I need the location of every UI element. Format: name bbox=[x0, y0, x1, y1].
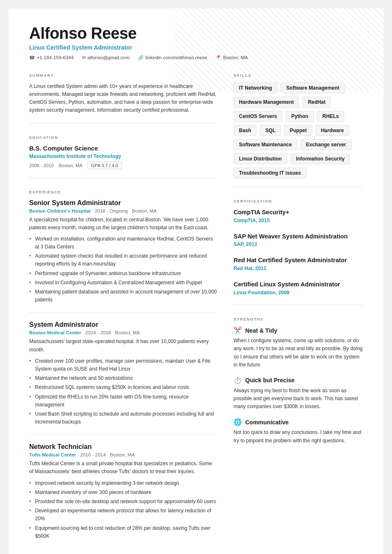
cert-name: Red Hat Certified System Administrator bbox=[234, 256, 363, 264]
list-item: Optimized the RHELs to run 20% faster wi… bbox=[29, 393, 217, 409]
exp-location: Boston, MA bbox=[115, 330, 140, 335]
exp-location: Boston, MA bbox=[110, 452, 135, 457]
resume-container: Alfonso Reese Linux Certified System Adm… bbox=[8, 8, 384, 554]
location-icon: 📍 bbox=[216, 55, 221, 60]
email-value: alfonso@gmail.com bbox=[88, 55, 130, 60]
skill-tag: Software Maintenance bbox=[234, 139, 297, 150]
main-layout: SUMMARY A Linux certified System admin w… bbox=[29, 73, 363, 541]
strength-name: Quick but Precise bbox=[245, 377, 294, 384]
skill-tag: RHELs bbox=[317, 111, 344, 122]
list-item: Provided the sole on-site desktop and ne… bbox=[29, 498, 217, 506]
skills-grid: IT NetworkingSoftware ManagementHardware… bbox=[234, 83, 363, 178]
linkedin-icon: 🔗 bbox=[138, 55, 144, 60]
email-contact: ✉ alfonso@gmail.com bbox=[82, 55, 130, 60]
skill-tag: SQL bbox=[260, 125, 281, 136]
skill-tag: Software Management bbox=[281, 83, 344, 93]
education-label: EDUCATION bbox=[29, 135, 217, 140]
summary-label: SUMMARY bbox=[29, 73, 217, 78]
experience-list: Senior System Administrator Boston Child… bbox=[29, 199, 217, 540]
cert-name: SAP Net Weaver System Administration bbox=[234, 233, 363, 241]
strength-header: 🌐 Communicative bbox=[234, 418, 363, 426]
list-item: Maintained the network and 50 workstatio… bbox=[29, 374, 217, 382]
skill-tag: Information Security bbox=[291, 153, 350, 164]
strength-name: Neat & Tidy bbox=[245, 327, 277, 334]
summary-text: A Linux certified System admin with 10+ … bbox=[29, 83, 217, 115]
linkedin-value: linkedin.com/in/alfonso.reese bbox=[146, 55, 207, 60]
strength-desc: Always trying my best to finish the work… bbox=[234, 387, 363, 411]
skill-tag: Puppet bbox=[284, 125, 312, 136]
strength-header: ✂️ Neat & Tidy bbox=[234, 326, 363, 334]
list-item: Restructured SQL systems saving $250K in… bbox=[29, 384, 217, 391]
header-contact: ☎ +1-184-159-6344 ✉ alfonso@gmail.com 🔗 … bbox=[29, 55, 363, 60]
exp-meta: Boston Children's Hospital 2018 - Ongoin… bbox=[29, 208, 217, 213]
strength-item: 🌐 Communicative Not too quick to draw an… bbox=[234, 418, 363, 444]
experience-item: System Administrator Boston Medical Cent… bbox=[29, 321, 217, 435]
exp-meta: Boston Medical Center 2014 - 2018 Boston… bbox=[29, 330, 217, 335]
edu-meta: 2006 - 2010 Boston, MA GPA 3.7 / 4.0 bbox=[29, 162, 217, 169]
location-value: Boston, MA bbox=[223, 55, 248, 60]
strength-icon: 🌐 bbox=[234, 418, 242, 426]
exp-dates: 2018 - Ongoing bbox=[95, 208, 128, 213]
list-item: Created over 100 user profiles, manage u… bbox=[29, 357, 217, 373]
experience-label: EXPERIENCE bbox=[29, 190, 217, 194]
location-contact: 📍 Boston, MA bbox=[216, 55, 248, 60]
cert-org: CompTIA, 2015 bbox=[234, 218, 363, 223]
list-item: Automated system checks that resulted in… bbox=[29, 252, 217, 268]
strength-icon: ⏱️ bbox=[234, 376, 242, 384]
divider-4 bbox=[234, 305, 363, 305]
exp-title: System Administrator bbox=[29, 321, 217, 328]
exp-bullets: Created over 100 user profiles, manage u… bbox=[29, 357, 217, 426]
exp-desc: Tufts Medical Center is a small private … bbox=[29, 460, 217, 476]
cert-item: SAP Net Weaver System Administration SAP… bbox=[234, 233, 363, 248]
experience-item: Senior System Administrator Boston Child… bbox=[29, 199, 217, 313]
exp-meta: Tufts Medical Center 2010 - 2014 Boston,… bbox=[29, 452, 217, 457]
header: Alfonso Reese Linux Certified System Adm… bbox=[29, 25, 363, 60]
skill-tag: Troubleshooting IT issues bbox=[234, 168, 307, 178]
edu-location: Boston, MA bbox=[59, 163, 83, 168]
exp-dates: 2014 - 2018 bbox=[85, 330, 111, 335]
exp-divider bbox=[29, 434, 217, 435]
exp-company: Tufts Medical Center bbox=[29, 452, 76, 457]
list-item: Maintaining patient database and assiste… bbox=[29, 288, 217, 304]
list-item: Improved network security by implementin… bbox=[29, 479, 217, 487]
strength-desc: Not too quick to draw any conclusions. I… bbox=[234, 429, 363, 444]
list-item: Developed an experimental network protoc… bbox=[29, 507, 217, 523]
cert-name: Certified Linux System Administrator bbox=[234, 281, 363, 288]
strength-desc: When I configure systems, come up with s… bbox=[234, 337, 363, 369]
exp-bullets: Improved network security by implementin… bbox=[29, 479, 217, 540]
list-item: Used Bash Shell scripting to schedule an… bbox=[29, 410, 217, 426]
divider-1 bbox=[29, 123, 217, 123]
exp-desc: A specialized hospital for children, loc… bbox=[29, 216, 217, 232]
exp-company: Boston Children's Hospital bbox=[29, 208, 90, 213]
exp-title: Senior System Administrator bbox=[29, 199, 217, 207]
list-item: Performed upgrade of Symantec antivirus … bbox=[29, 270, 217, 278]
skill-tag: Hardware bbox=[316, 125, 349, 136]
cert-item: Red Hat Certified System Administrator R… bbox=[234, 256, 363, 271]
list-item: Worked on installation, configuration an… bbox=[29, 235, 217, 251]
divider-3 bbox=[234, 187, 363, 187]
left-column: SUMMARY A Linux certified System admin w… bbox=[29, 73, 217, 541]
gpa-badge: GPA 3.7 / 4.0 bbox=[88, 162, 122, 169]
phone-value: +1-184-159-6344 bbox=[37, 55, 74, 60]
exp-divider bbox=[29, 312, 217, 313]
exp-company: Boston Medical Center bbox=[29, 330, 81, 335]
cert-org: Linux Foundation, 2009 bbox=[234, 290, 363, 296]
strengths-list: ✂️ Neat & Tidy When I configure systems,… bbox=[234, 326, 363, 445]
skill-tag: Bash bbox=[234, 125, 256, 136]
strength-item: ⏱️ Quick but Precise Always trying my be… bbox=[234, 376, 363, 411]
strength-item: ✂️ Neat & Tidy When I configure systems,… bbox=[234, 326, 363, 369]
experience-item: Network Technician Tufts Medical Center … bbox=[29, 443, 217, 540]
edu-years: 2006 - 2010 bbox=[29, 163, 54, 168]
certifications-list: CompTIA Security+ CompTIA, 2015 SAP Net … bbox=[234, 208, 363, 296]
skill-tag: Python bbox=[286, 111, 314, 122]
list-item: Maintained inventory of over 300 pieces … bbox=[29, 489, 217, 496]
skill-tag: Hardware Management bbox=[234, 97, 299, 108]
strengths-label: STRENGTHS bbox=[234, 317, 363, 321]
edu-school: Massachusetts Institute of Technology bbox=[29, 153, 217, 159]
strength-name: Communicative bbox=[245, 419, 289, 426]
header-name: Alfonso Reese bbox=[29, 25, 363, 43]
strength-header: ⏱️ Quick but Precise bbox=[234, 376, 363, 384]
right-column: SKILLS IT NetworkingSoftware ManagementH… bbox=[234, 73, 363, 541]
exp-dates: 2010 - 2014 bbox=[80, 452, 106, 457]
skills-label: SKILLS bbox=[234, 73, 363, 78]
